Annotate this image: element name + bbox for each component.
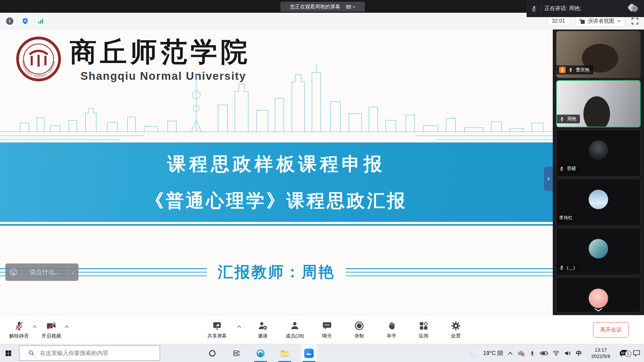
chat-bubble-icon — [322, 321, 332, 331]
participant-tile[interactable]: (._.) — [556, 228, 641, 275]
raise-hand-icon — [387, 321, 396, 331]
info-icon: i — [6, 17, 13, 25]
title-banner: 课程思政样板课程申报 《普通心理学》课程思政汇报 — [0, 142, 553, 222]
raise-hand-button[interactable]: 举手 — [380, 321, 403, 339]
members-button[interactable]: 成员(28) — [283, 321, 307, 339]
record-button[interactable]: 录制 — [347, 321, 371, 339]
participant-avatar — [589, 239, 608, 258]
meeting-window: 您正在观看周艳的屏幕 正在讲话: 周艳; i — [0, 0, 644, 362]
mic-muted-icon — [531, 5, 537, 12]
apps-grid-icon — [419, 321, 429, 331]
host-role-icon — [559, 67, 566, 73]
participant-tile[interactable]: 李传红 — [556, 179, 641, 226]
fullscreen-icon[interactable] — [631, 17, 639, 25]
windows-logo-icon — [5, 350, 12, 357]
view-mode-selector[interactable]: 演讲者视图 — [575, 16, 625, 26]
chat-placeholder[interactable]: 说点什么... — [26, 268, 63, 277]
divider — [22, 268, 22, 277]
members-icon — [290, 321, 300, 331]
city-skyline-graphic — [0, 51, 553, 152]
settings-label: 设置 — [451, 333, 461, 339]
start-video-label: 开启视频 — [42, 333, 61, 339]
participant-tile[interactable]: 菅硕 — [556, 129, 641, 177]
task-view-button[interactable] — [228, 344, 245, 362]
clock-time: 13:17 — [586, 347, 615, 353]
chat-button[interactable]: 聊天 — [315, 321, 339, 339]
share-screen-label: 共享屏幕 — [207, 333, 227, 339]
share-menu-icon[interactable] — [346, 4, 356, 9]
divider — [541, 5, 541, 13]
view-mode-label: 演讲者视图 — [588, 18, 614, 25]
emoji-icon[interactable] — [9, 268, 17, 276]
cortana-icon — [209, 350, 216, 357]
tray-expand-caret[interactable] — [507, 352, 513, 355]
cortana-button[interactable] — [204, 344, 220, 362]
apps-button[interactable]: 应用 — [412, 321, 435, 339]
network-quality-button[interactable] — [35, 16, 46, 26]
edge-browser-button[interactable] — [253, 344, 269, 362]
signal-bars-icon — [37, 17, 44, 25]
start-video-button[interactable]: 开启视频 — [40, 321, 63, 339]
mic-options-caret[interactable] — [32, 325, 37, 328]
action-center-icon[interactable] — [633, 350, 641, 357]
tray-mic-icon[interactable] — [530, 350, 535, 357]
security-button[interactable] — [19, 16, 31, 26]
mic-muted-icon — [559, 166, 564, 171]
participant-name-badge: 曹庆艳 — [556, 65, 593, 74]
edge-icon — [256, 349, 265, 358]
sidebar-expand-tab[interactable]: › — [544, 167, 553, 191]
meeting-app-button[interactable] — [301, 344, 317, 362]
participant-name-badge: (._.) — [556, 264, 579, 272]
participant-tile[interactable]: 周艳 — [556, 80, 641, 127]
start-button[interactable] — [0, 344, 17, 362]
chat-label: 聊天 — [322, 333, 332, 339]
participant-name: 曹庆艳 — [576, 67, 590, 73]
volume-icon[interactable] — [564, 350, 572, 356]
screen-share-title: 您正在观看周艳的屏幕 — [290, 4, 340, 10]
hamburger-lines — [346, 4, 351, 9]
clock-date: 2022/5/8 — [586, 353, 615, 360]
banner-underline — [0, 224, 553, 226]
settings-button[interactable]: 设置 — [444, 321, 468, 339]
unmute-button[interactable]: 解除静音 — [7, 321, 31, 339]
meeting-timer: 32:01 — [548, 17, 569, 25]
presenter-row: 汇报教师：周艳 — [0, 262, 553, 282]
caret-down-icon — [353, 6, 356, 8]
participant-name: 李传红 — [559, 215, 573, 221]
speaking-indicator-text: 正在讲话: 周艳; — [544, 5, 581, 12]
banner-line2: 《普通心理学》课程思政汇报 — [0, 189, 553, 213]
notification-chat-button[interactable]: 1 — [620, 349, 628, 357]
participant-tile[interactable]: 曹庆艳 — [556, 31, 641, 78]
share-options-caret[interactable] — [237, 325, 241, 328]
speaking-indicator-bar: 正在讲话: 周艳; — [527, 0, 644, 17]
decor-lines-right — [346, 268, 553, 276]
search-input[interactable] — [39, 350, 151, 357]
file-explorer-button[interactable] — [277, 344, 293, 362]
danmaku-chat-input[interactable]: 说点什么... ‹ — [5, 263, 78, 281]
meeting-info-button[interactable]: i — [4, 16, 15, 26]
taskbar-search-box[interactable] — [19, 346, 160, 361]
ime-indicator[interactable]: 中 — [576, 349, 582, 357]
participant-avatar — [589, 140, 608, 160]
share-screen-button[interactable]: 共享屏幕 — [205, 321, 229, 339]
cloud-sync-error-icon[interactable] — [517, 350, 525, 357]
mic-muted-icon — [14, 321, 24, 331]
search-icon — [28, 350, 35, 356]
scroll-participants-down-button[interactable] — [591, 306, 606, 313]
notification-count-badge: 1 — [625, 351, 631, 357]
participant-avatar — [589, 289, 608, 308]
screen-share-status-pill[interactable]: 您正在观看周艳的屏幕 — [280, 2, 365, 12]
weather-text[interactable]: 19°C 阴 — [483, 349, 503, 357]
invite-button[interactable]: 邀请 — [251, 321, 274, 339]
weather-cloud-icon[interactable] — [469, 350, 479, 357]
invite-person-icon — [258, 321, 268, 331]
collapse-chat-icon[interactable]: ‹ — [72, 268, 74, 276]
battery-plug-icon[interactable] — [539, 350, 548, 356]
wifi-icon[interactable] — [552, 350, 560, 356]
leave-meeting-button[interactable]: 离开会议 — [593, 322, 629, 338]
camera-off-icon — [46, 321, 57, 331]
video-options-caret[interactable] — [64, 325, 69, 328]
windows-taskbar: 19°C 阴 — [0, 344, 644, 362]
record-icon — [354, 321, 364, 331]
taskbar-clock[interactable]: 13:17 2022/5/8 — [586, 347, 615, 360]
